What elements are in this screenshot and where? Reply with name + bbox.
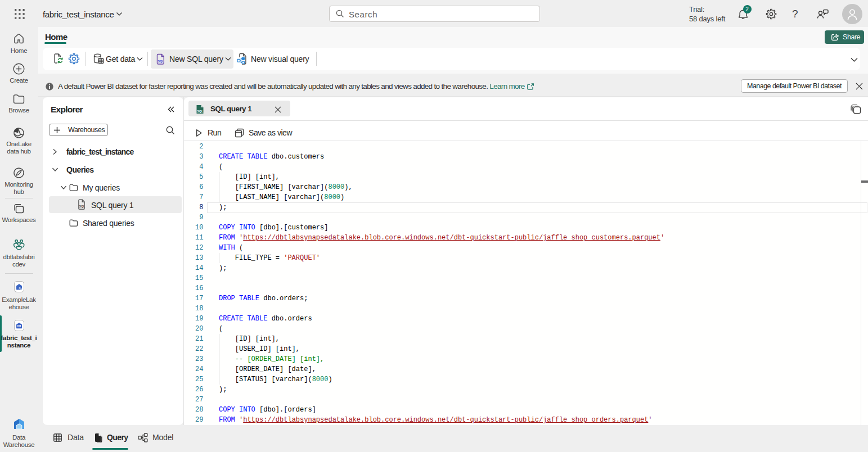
svg-text:SQL: SQL: [79, 205, 86, 208]
svg-text:SQL: SQL: [158, 60, 164, 63]
svg-text:SQL: SQL: [197, 110, 204, 113]
